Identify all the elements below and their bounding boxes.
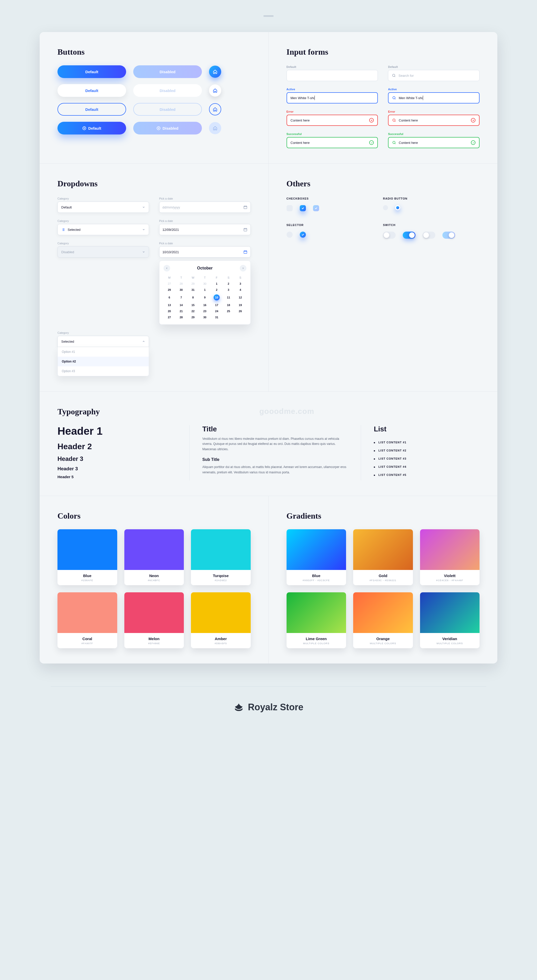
- typography-list: List LIST CONTENT #1LIST CONTENT #2LIST …: [361, 425, 480, 480]
- calendar-next[interactable]: [240, 265, 246, 272]
- input-success[interactable]: Content here: [287, 137, 378, 148]
- calendar-day[interactable]: 26: [234, 308, 246, 314]
- switch-off[interactable]: [383, 232, 396, 239]
- input-active-search-value: Men White T-shi: [399, 96, 422, 100]
- calendar-day[interactable]: 4: [234, 287, 246, 293]
- date-input-empty[interactable]: dd/mm/yyyy: [159, 202, 251, 213]
- button-primary-disabled: Disabled: [133, 65, 202, 78]
- calendar-prev[interactable]: [164, 265, 170, 272]
- calendar-day[interactable]: 16: [199, 302, 211, 308]
- calendar-day[interactable]: 18: [223, 302, 234, 308]
- calendar-day[interactable]: 22: [187, 308, 199, 314]
- date-input-active[interactable]: 10/10/2021: [159, 247, 251, 258]
- success-icon: [471, 140, 475, 145]
- button-outline[interactable]: Default: [57, 103, 126, 116]
- input-active[interactable]: Men White T-shi: [287, 92, 378, 103]
- calendar-day[interactable]: 29: [164, 287, 175, 293]
- calendar-day[interactable]: 29: [187, 314, 199, 320]
- radio-on[interactable]: [395, 205, 400, 210]
- checkbox-on[interactable]: [300, 205, 306, 211]
- footer-brand-name: Royalz Store: [248, 702, 303, 713]
- calendar-day[interactable]: 31: [211, 314, 223, 320]
- button-primary-icon[interactable]: Default: [57, 122, 126, 134]
- switch-on-light[interactable]: [442, 232, 455, 239]
- calendar-day[interactable]: 27: [164, 281, 175, 287]
- calendar-dow: T: [175, 275, 187, 281]
- success-icon: [369, 140, 374, 145]
- select-option[interactable]: Option #3: [58, 366, 149, 376]
- calendar-dow: T: [199, 275, 211, 281]
- calendar-day[interactable]: 11: [223, 293, 234, 302]
- checkbox-indeterminate[interactable]: [313, 205, 319, 211]
- input-error-search[interactable]: Content here: [388, 115, 480, 126]
- calendar-day[interactable]: 2: [223, 281, 234, 287]
- input-success-search[interactable]: Content here: [388, 137, 480, 148]
- select-open[interactable]: Selected: [57, 336, 149, 347]
- calendar-day[interactable]: 3: [234, 281, 246, 287]
- header-3: Header 3: [57, 455, 177, 462]
- calendar-day[interactable]: 25: [223, 308, 234, 314]
- header-5: Header 5: [57, 475, 177, 479]
- panel-inputs: Input forms Default Default Search for A…: [269, 32, 497, 164]
- calendar-day[interactable]: 1: [211, 281, 223, 287]
- calendar-day[interactable]: 21: [175, 308, 187, 314]
- calendar-day[interactable]: 3: [223, 287, 234, 293]
- swatch-name: Amber: [193, 636, 248, 641]
- calendar-day[interactable]: 27: [164, 314, 175, 320]
- calendar-day[interactable]: 6: [164, 293, 175, 302]
- iconbutton-outline[interactable]: [209, 103, 221, 115]
- switch-off-2[interactable]: [422, 232, 435, 239]
- input-error-label: Error: [287, 110, 378, 113]
- selector-on[interactable]: [300, 232, 306, 238]
- select-options: Option #1 Option #2 Option #3: [57, 347, 149, 376]
- switch-on[interactable]: [403, 232, 416, 239]
- color-swatch: Coral#FA907F: [57, 592, 117, 648]
- calendar-day[interactable]: 19: [234, 302, 246, 308]
- calendar-day[interactable]: 23: [199, 308, 211, 314]
- input-default[interactable]: [287, 70, 378, 81]
- select-option-selected[interactable]: Option #2: [58, 357, 149, 366]
- radio-off[interactable]: [383, 205, 388, 210]
- calendar-day[interactable]: 9: [199, 293, 211, 302]
- calendar-day[interactable]: 30: [199, 281, 211, 287]
- calendar-day[interactable]: 7: [175, 293, 187, 302]
- calendar-day[interactable]: [234, 314, 246, 320]
- swatch-name: Veridian: [422, 636, 477, 641]
- input-error[interactable]: Content here: [287, 115, 378, 126]
- calendar-day[interactable]: 15: [187, 302, 199, 308]
- calendar-day[interactable]: 20: [164, 308, 175, 314]
- calendar-day[interactable]: 8: [187, 293, 199, 302]
- date-value-1: 12/09/2021: [163, 228, 179, 232]
- calendar-day[interactable]: 1: [199, 287, 211, 293]
- input-success-value: Content here: [291, 141, 310, 145]
- calendar-day[interactable]: 28: [175, 314, 187, 320]
- select-default[interactable]: Default: [57, 202, 149, 213]
- iconbutton-white[interactable]: [209, 84, 221, 97]
- calendar-day[interactable]: 2: [211, 287, 223, 293]
- select-option[interactable]: Option #1: [58, 347, 149, 357]
- calendar-day[interactable]: 17: [211, 302, 223, 308]
- panel-typography: Typography gooodme.com Header 1 Header 2…: [40, 392, 497, 496]
- calendar-day[interactable]: 30: [175, 287, 187, 293]
- calendar-day[interactable]: 13: [164, 302, 175, 308]
- chevron-up-icon: [142, 340, 145, 343]
- calendar-day[interactable]: 10: [211, 293, 223, 302]
- input-active-search[interactable]: Men White T-shi: [388, 92, 480, 103]
- calendar-day[interactable]: 12: [234, 293, 246, 302]
- chevron-down-icon: [142, 228, 145, 231]
- button-primary[interactable]: Default: [57, 65, 126, 78]
- calendar-day[interactable]: 31: [187, 287, 199, 293]
- select-selected[interactable]: Selected: [57, 224, 149, 235]
- calendar-day[interactable]: [223, 314, 234, 320]
- checkbox-off[interactable]: [287, 205, 293, 211]
- calendar-day[interactable]: 28: [175, 281, 187, 287]
- button-white[interactable]: Default: [57, 84, 126, 97]
- calendar-day[interactable]: 30: [199, 314, 211, 320]
- input-default-search[interactable]: Search for: [388, 70, 480, 81]
- selector-off[interactable]: [287, 232, 293, 238]
- calendar-day[interactable]: 14: [175, 302, 187, 308]
- iconbutton-primary[interactable]: [209, 65, 221, 78]
- calendar-day[interactable]: 24: [211, 308, 223, 314]
- calendar-day[interactable]: 29: [187, 281, 199, 287]
- date-input-filled[interactable]: 12/09/2021: [159, 224, 251, 235]
